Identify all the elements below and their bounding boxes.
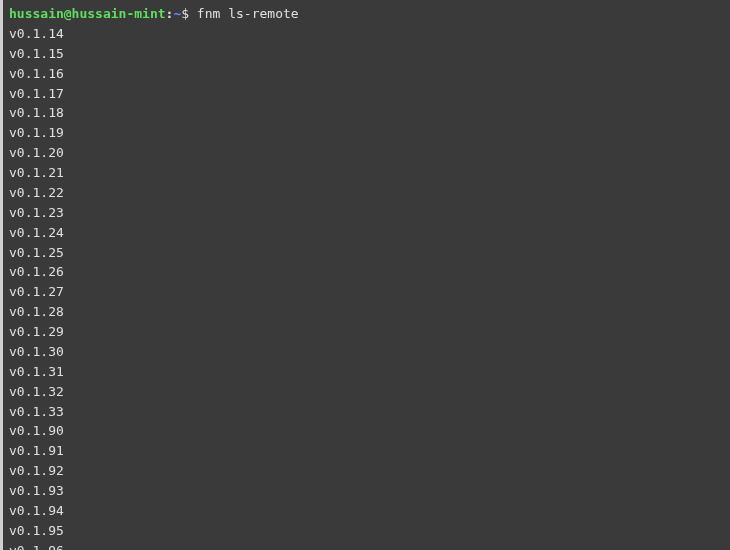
output-line: v0.1.18 [9, 103, 730, 123]
output-line: v0.1.32 [9, 382, 730, 402]
output-line: v0.1.19 [9, 123, 730, 143]
output-line: v0.1.94 [9, 501, 730, 521]
output-line: v0.1.25 [9, 243, 730, 263]
output-line: v0.1.31 [9, 362, 730, 382]
output-line: v0.1.91 [9, 441, 730, 461]
output-line: v0.1.26 [9, 262, 730, 282]
output-line: v0.1.90 [9, 421, 730, 441]
output-line: v0.1.21 [9, 163, 730, 183]
prompt-command: fnm ls-remote [197, 6, 299, 21]
output-line: v0.1.23 [9, 203, 730, 223]
output-line: v0.1.30 [9, 342, 730, 362]
output-line: v0.1.95 [9, 521, 730, 541]
output-line: v0.1.28 [9, 302, 730, 322]
output-line: v0.1.20 [9, 143, 730, 163]
output-line: v0.1.15 [9, 44, 730, 64]
output-line: v0.1.24 [9, 223, 730, 243]
output-line: v0.1.33 [9, 402, 730, 422]
output-line: v0.1.27 [9, 282, 730, 302]
output-line: v0.1.96 [9, 541, 730, 550]
output-line: v0.1.16 [9, 64, 730, 84]
output-line: v0.1.17 [9, 84, 730, 104]
prompt-dollar: $ [181, 6, 197, 21]
output-line: v0.1.92 [9, 461, 730, 481]
output-line: v0.1.93 [9, 481, 730, 501]
output-line: v0.1.29 [9, 322, 730, 342]
output-line: v0.1.14 [9, 24, 730, 44]
prompt-user-host: hussain@hussain-mint [9, 6, 166, 21]
output-line: v0.1.22 [9, 183, 730, 203]
terminal-window[interactable]: hussain@hussain-mint:~$ fnm ls-remote v0… [0, 0, 730, 550]
prompt-line: hussain@hussain-mint:~$ fnm ls-remote [9, 4, 730, 24]
